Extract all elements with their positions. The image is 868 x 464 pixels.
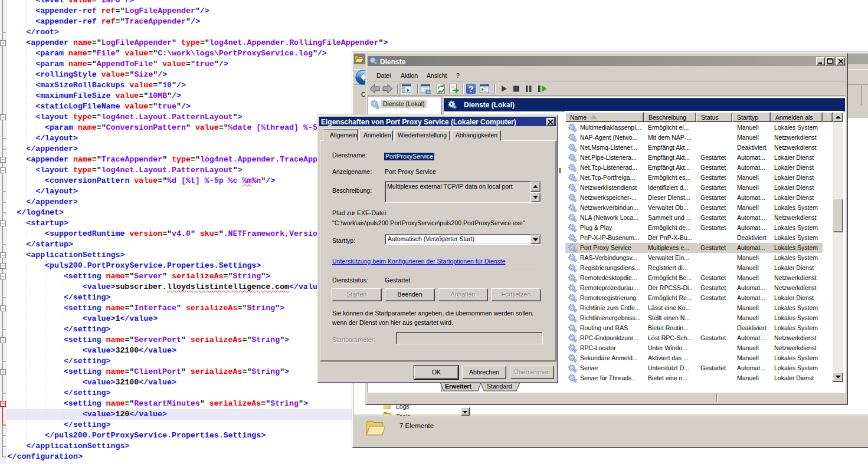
svg-text:?: ? — [469, 84, 474, 94]
svg-text:Standard: Standard — [487, 383, 512, 390]
svg-text:Erweitert: Erweitert — [445, 383, 471, 390]
